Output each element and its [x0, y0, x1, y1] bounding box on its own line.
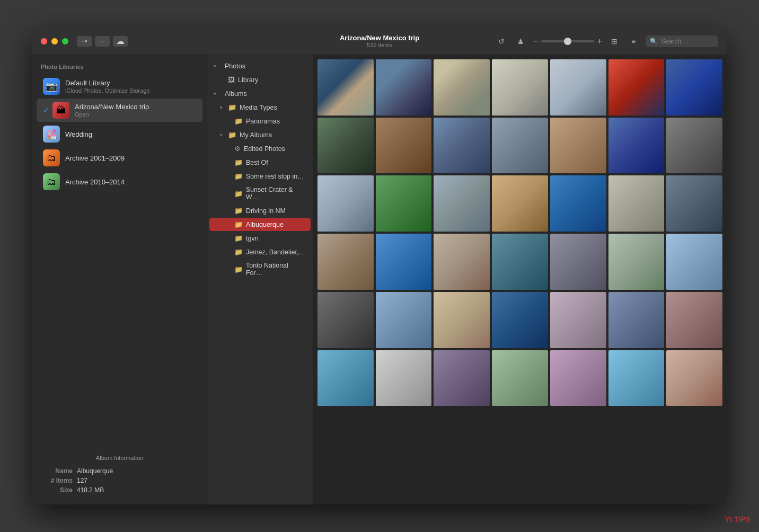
photo-thumbnail[interactable]: [434, 350, 490, 406]
rotate-icon: ↺: [498, 37, 505, 46]
chevron-sunset-icon: [226, 190, 233, 197]
tree-panoramas-item[interactable]: 📁 Panoramas: [209, 114, 311, 128]
icloud-button[interactable]: ☁: [113, 36, 128, 47]
photo-thumbnail[interactable]: [492, 292, 548, 348]
sidebar-item-default-library[interactable]: 📷 Default Library iCloud Photos, Optimiz…: [37, 75, 202, 98]
tree-tonto-item[interactable]: 📁 Tonto National For…: [209, 259, 311, 279]
photo-thumbnail[interactable]: [666, 292, 722, 348]
photo-thumbnail[interactable]: [608, 175, 665, 232]
photo-thumbnail[interactable]: [434, 59, 490, 116]
chevron-edited-icon: [226, 146, 233, 152]
close-button[interactable]: [41, 38, 47, 45]
window-title: Arizona/New Mexico trip: [340, 34, 419, 42]
sidebar: Photo Libraries 📷 Default Library iCloud…: [32, 55, 207, 504]
album-info-size-row: Size 418.2 MB: [41, 486, 198, 494]
photo-thumbnail[interactable]: [376, 59, 432, 116]
sidebar-item-archive-2001[interactable]: 🗂 Archive 2001–2009: [37, 146, 202, 170]
photo-thumbnail[interactable]: [550, 234, 606, 290]
tree-media-types-item[interactable]: ▾ 📁 Media Types: [209, 101, 311, 114]
panoramas-icon: 📁: [234, 117, 243, 125]
tree-edited-photos-label: Edited Photos: [244, 145, 285, 153]
tree-media-types-label: Media Types: [240, 104, 277, 111]
photo-thumbnail[interactable]: [317, 59, 374, 116]
tree-best-of-label: Best Of: [246, 159, 268, 166]
tree-tgvn-item[interactable]: 📁 tgvn: [209, 232, 311, 245]
photo-thumbnail[interactable]: [666, 59, 722, 116]
photo-thumbnail[interactable]: [608, 118, 665, 174]
photo-thumbnail[interactable]: [317, 234, 374, 290]
photo-thumbnail[interactable]: [376, 175, 432, 232]
tree-albums-header[interactable]: ▾ Albums: [209, 87, 311, 100]
slider-thumb[interactable]: [564, 38, 571, 45]
photo-thumbnail[interactable]: [376, 118, 432, 174]
sidebar-item-archive-2010[interactable]: 🗂 Archive 2010–2014: [37, 170, 202, 193]
zoom-in-icon[interactable]: +: [597, 37, 602, 46]
photo-thumbnail[interactable]: [492, 118, 548, 174]
person-button[interactable]: ♟: [514, 34, 527, 48]
tree-library-item[interactable]: 🖼 Library: [209, 73, 311, 86]
sidebar-item-wedding[interactable]: 💒 Wedding: [37, 122, 202, 146]
photo-thumbnail[interactable]: [608, 350, 665, 406]
photo-thumbnail[interactable]: [550, 350, 606, 406]
tree-best-of-item[interactable]: 📁 Best Of: [209, 156, 311, 169]
photo-thumbnail[interactable]: [666, 175, 722, 232]
chevron-panoramas-icon: [226, 118, 233, 125]
grid-view-button[interactable]: ⊞: [607, 34, 621, 48]
tree-albuquerque-label: Albuquerque: [246, 221, 284, 228]
photo-thumbnail[interactable]: [434, 234, 490, 290]
maximize-button[interactable]: [62, 38, 68, 45]
search-box[interactable]: 🔍: [646, 36, 718, 47]
album-info-size-val: 418.2 MB: [77, 486, 104, 494]
photo-thumbnail[interactable]: [492, 234, 548, 290]
tree-sunset-crater-label: Sunset Crater & W…: [246, 186, 306, 201]
photo-thumbnail[interactable]: [550, 118, 606, 174]
photo-thumbnail[interactable]: [317, 350, 374, 406]
photo-thumbnail[interactable]: [666, 350, 722, 406]
library-icon-wedding: 💒: [43, 126, 60, 143]
photo-thumbnail[interactable]: [666, 234, 722, 290]
album-info-size-key: Size: [41, 486, 73, 494]
photo-thumbnail[interactable]: [376, 234, 432, 290]
library-name-arch1: Archive 2001–2009: [65, 154, 196, 162]
photo-thumbnail[interactable]: [317, 118, 374, 174]
tree-my-albums-item[interactable]: ▾ 📁 My Albums: [209, 128, 311, 141]
zoom-slider[interactable]: [541, 40, 594, 42]
list-view-button[interactable]: ≡: [626, 34, 640, 48]
photo-thumbnail[interactable]: [492, 175, 548, 232]
rotate-button[interactable]: ↺: [495, 34, 508, 48]
photo-thumbnail[interactable]: [317, 175, 374, 232]
tree-jemez-label: Jemez, Bandelier,…: [246, 249, 305, 256]
photo-thumbnail[interactable]: [492, 59, 548, 116]
photo-thumbnail[interactable]: [376, 292, 432, 348]
tree-library-label: Library: [238, 76, 258, 84]
tree-edited-photos-item[interactable]: ⚙ Edited Photos: [209, 142, 311, 155]
remove-button[interactable]: −: [95, 36, 110, 47]
tree-jemez-item[interactable]: 📁 Jemez, Bandelier,…: [209, 245, 311, 259]
photo-grid[interactable]: [313, 55, 727, 504]
photo-thumbnail[interactable]: [550, 59, 606, 116]
photo-thumbnail[interactable]: [550, 175, 606, 232]
photo-thumbnail[interactable]: [608, 292, 665, 348]
tree-sunset-crater-item[interactable]: 📁 Sunset Crater & W…: [209, 183, 311, 203]
photo-thumbnail[interactable]: [608, 59, 665, 116]
photo-thumbnail[interactable]: [434, 292, 490, 348]
search-input[interactable]: [661, 38, 714, 45]
photo-thumbnail[interactable]: [492, 350, 548, 406]
zoom-out-icon[interactable]: −: [533, 37, 537, 46]
photo-thumbnail[interactable]: [666, 118, 722, 174]
titlebar-center: Arizona/New Mexico trip 532 items: [340, 34, 419, 48]
add-button[interactable]: + ▾: [77, 36, 92, 47]
sidebar-item-az-trip[interactable]: ✓ 🏔 Arizona/New Mexico trip Open: [37, 99, 202, 122]
tree-photos-header[interactable]: ▾ Photos: [209, 60, 311, 73]
tree-albuquerque-item[interactable]: 📁 Albuquerque: [209, 218, 311, 231]
tree-some-rest-stop-item[interactable]: 📁 Some rest stop in…: [209, 170, 311, 183]
photo-thumbnail[interactable]: [317, 292, 374, 348]
tree-driving-nm-label: Driving in NM: [246, 207, 286, 215]
photo-thumbnail[interactable]: [434, 175, 490, 232]
photo-thumbnail[interactable]: [550, 292, 606, 348]
minimize-button[interactable]: [51, 38, 58, 45]
tree-driving-nm-item[interactable]: 📁 Driving in NM: [209, 204, 311, 217]
photo-thumbnail[interactable]: [434, 118, 490, 174]
photo-thumbnail[interactable]: [608, 234, 665, 290]
photo-thumbnail[interactable]: [376, 350, 432, 406]
